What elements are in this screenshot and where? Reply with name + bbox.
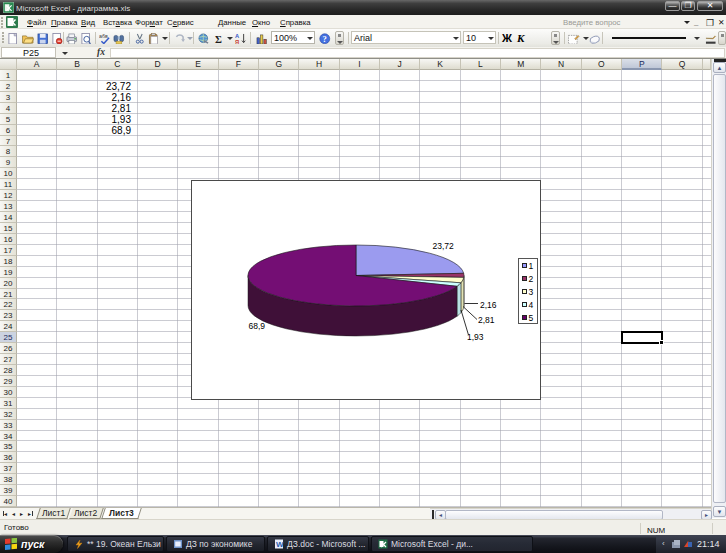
svg-text:W: W [276,540,284,549]
svg-text:Я: Я [235,39,239,44]
svg-text:А: А [235,33,239,39]
svg-text:абв: абв [99,33,108,39]
svg-text:?: ? [323,33,327,43]
svg-text:Σ: Σ [215,34,222,44]
